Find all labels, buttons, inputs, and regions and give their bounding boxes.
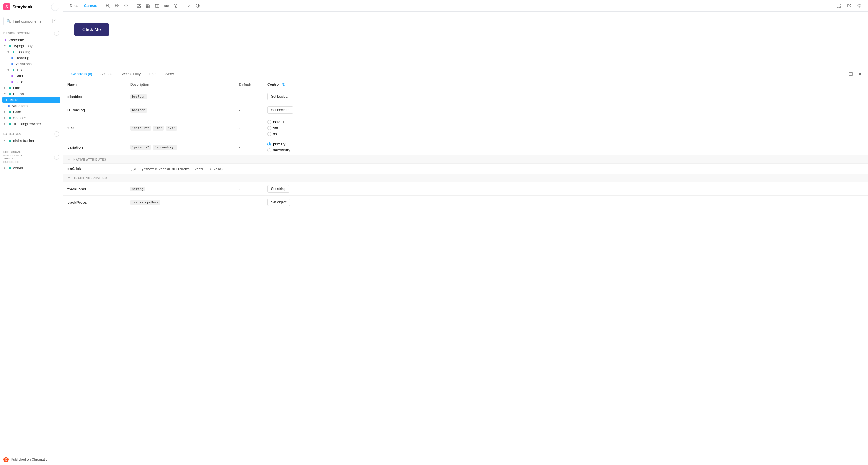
visual-label: FOR VISUALREGRESSIONTESTINGPURPOSES [3,151,23,164]
toolbar-icons: ? [104,2,202,10]
sidebar-footer: C Published on Chromatic [0,454,63,465]
visual-collapse-btn[interactable]: ⌄ [54,155,59,160]
toolbar-tabs: Docs Canvas [67,2,99,9]
reset-controls-icon[interactable]: ↻ [282,82,285,87]
col-header-description: Description [126,80,234,90]
zoom-in-button[interactable] [104,2,112,10]
split-panel-button[interactable] [847,70,854,78]
type-badge: "primary" [130,145,151,150]
folder-icon: ■ [8,86,12,90]
folder-icon: ■ [8,92,12,96]
svg-point-23 [859,5,860,6]
col-header-control: Control ↻ [263,80,868,90]
sidebar-item-welcome[interactable]: ■ Welcome [0,37,63,43]
sidebar-item-label: colors [13,166,23,170]
sidebar-menu-button[interactable]: ⋯ [51,3,59,11]
radio-secondary[interactable]: secondary [268,148,863,152]
help-button[interactable]: ? [185,2,193,10]
controls-table: Name Description Default Control ↻ disab… [63,80,868,465]
new-window-button[interactable] [845,2,853,10]
set-object-button[interactable]: Set object [268,198,290,206]
controls-tabs-left: Controls (6) Actions Accessibility Tests… [67,69,178,79]
split-view-button[interactable] [153,2,161,10]
sidebar-item-claim-tracker[interactable]: ▼ ■ claim-tracker [0,138,63,144]
search-input[interactable] [13,19,51,24]
type-badge: "default" [130,126,151,130]
tab-story[interactable]: Story [161,69,178,80]
set-string-button[interactable]: Set string [268,185,289,192]
sidebar-item-typography[interactable]: ▼ ■ Typography [0,43,63,49]
sidebar-item-trackingprovider[interactable]: ▼ ■ TrackingProvider [0,121,63,127]
tab-controls[interactable]: Controls (6) [67,69,96,80]
sidebar-item-link[interactable]: ▼ ■ Link [0,85,63,91]
tab-accessibility[interactable]: Accessibility [117,69,145,80]
collapse-icon: ▼ [67,158,71,161]
close-panel-button[interactable]: ✕ [856,70,863,78]
search-icon: 🔍 [7,19,11,24]
default-value: - [239,166,240,171]
tab-actions[interactable]: Actions [96,69,117,80]
sidebar-item-heading-variations[interactable]: ■ Variations [0,61,63,67]
tab-tests[interactable]: Tests [145,69,161,80]
table-row: disabled boolean - Set boolean [63,90,868,103]
svg-rect-10 [146,4,148,5]
radio-circle-xs [268,132,272,136]
expand-button[interactable] [835,2,843,10]
sidebar-item-spinner[interactable]: ▼ ■ Spinner [0,115,63,121]
search-box[interactable]: 🔍 / [3,17,59,25]
chevron-right-icon: ▼ [3,111,6,114]
sidebar-item-label: Variations [12,104,28,108]
prop-name: variation [67,145,83,149]
set-boolean-button[interactable]: Set boolean [268,93,293,100]
grid-view-button[interactable] [144,2,152,10]
tab-docs[interactable]: Docs [67,2,81,9]
sidebar-item-button-folder[interactable]: ▼ ■ Button [0,91,63,97]
zoom-out-button[interactable] [113,2,121,10]
table-row: isLoading boolean - Set boolean [63,103,868,117]
radio-sm[interactable]: sm [268,126,863,130]
packages-collapse-btn[interactable]: ⌄ [54,131,59,136]
search-shortcut: / [52,19,56,24]
preview-button[interactable]: Click Me [74,23,109,36]
image-view-button[interactable] [135,2,143,10]
svg-rect-13 [149,6,150,8]
canvas-area: Click Me [63,12,868,69]
outline-button[interactable] [172,2,180,10]
storybook-logo-icon: S [3,3,10,10]
settings-button[interactable] [856,2,863,10]
sidebar-item-colors[interactable]: ▼ ■ colors [0,165,63,171]
doc-icon: ■ [3,38,7,42]
sidebar-item-text-folder[interactable]: ▼ ■ Text [0,67,63,73]
sidebar-item-button-variations[interactable]: ■ Variations [0,103,63,109]
tab-canvas[interactable]: Canvas [82,2,99,9]
sidebar: S Storybook ⋯ 🔍 / Design System ⌄ ■ Welc… [0,0,63,465]
dark-mode-button[interactable] [194,2,202,10]
svg-rect-20 [174,4,177,7]
zoom-reset-button[interactable] [122,2,130,10]
radio-primary[interactable]: primary [268,142,863,146]
sidebar-item-italic[interactable]: ■ Italic [0,79,63,85]
sidebar-item-card[interactable]: ▼ ■ Card [0,109,63,115]
story-icon: ■ [10,56,14,60]
radio-label: xs [273,132,277,136]
svg-line-5 [118,6,119,7]
sidebar-item-label: Welcome [8,38,24,42]
set-boolean-button[interactable]: Set boolean [268,106,293,114]
radio-circle-default [268,120,272,124]
story-icon: ■ [10,80,14,84]
sidebar-item-label: Button [10,98,21,102]
design-system-collapse-btn[interactable]: ⌄ [54,31,59,36]
sidebar-item-button-story[interactable]: ■ Button [2,97,60,103]
sidebar-item-heading-story[interactable]: ■ Heading [0,55,63,61]
radio-xs[interactable]: xs [268,132,863,136]
sidebar-item-bold[interactable]: ■ Bold [0,73,63,79]
radio-label: sm [273,126,278,130]
sidebar-item-label: Heading [16,56,29,60]
design-system-label: Design System [3,32,30,35]
sidebar-item-label: Text [17,68,24,72]
prop-name: size [67,126,74,130]
sidebar-item-heading-folder[interactable]: ▼ ■ Heading [0,49,63,55]
measure-button[interactable] [162,2,170,10]
type-badge: "sm" [153,126,164,130]
radio-default[interactable]: default [268,120,863,124]
